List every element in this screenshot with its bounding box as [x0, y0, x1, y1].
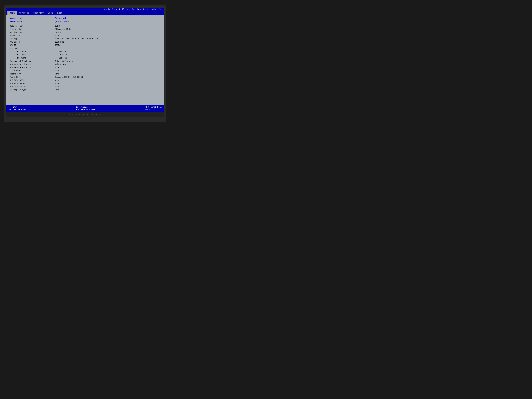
value-asset-tag: None: [55, 35, 59, 37]
label-cpu-type: CPU Type: [10, 38, 55, 40]
monitor-outer: Aptio Setup Utility – American Megatrend…: [4, 5, 166, 122]
label-asset-tag: Asset Tag: [10, 35, 55, 37]
value-m2-ssd3: None: [55, 86, 59, 88]
bios-footer: ↑↓→←:Move F9:Load Defaults Enter:Select …: [6, 105, 164, 112]
row-cpu-id: CPU ID 906EA: [10, 44, 161, 47]
label-m2-ssd2: M.2 PCIe SSD-2: [10, 82, 55, 85]
row-integrated-graphics: Integrated Graphics Intel Coffeelake: [10, 60, 161, 63]
row-system-time: System Time [10:09:30]: [10, 17, 161, 20]
row-m2-ssd3: M.2 PCIe SSD-3 None: [10, 86, 161, 89]
menu-item-boot[interactable]: Boot: [46, 12, 55, 15]
value-l1-cache: 384 KB: [59, 51, 66, 53]
label-l2-cache: L2 Cache: [14, 54, 59, 56]
label-cpu-speed: CPU Speed: [10, 41, 55, 43]
row-first-hdd: First HDD None: [10, 70, 161, 73]
value-cpu-speed: 2200 MHz: [55, 41, 64, 43]
footer-col-2: Enter:Select F10:Save and Exit: [76, 106, 95, 111]
alienware-logo: A L I E N W A R E: [69, 114, 102, 116]
value-ac-adapter: None: [55, 89, 59, 91]
row-cpu-speed: CPU Speed 2200 MHz: [10, 41, 161, 44]
footer-f1-help: F1:General Help: [145, 106, 162, 108]
label-m2-ssd1: M.2 PCIe SSD-1: [10, 79, 55, 81]
value-l3-cache: 9216 KB: [59, 57, 67, 59]
value-integrated-graphics: Intel Coffeelake: [55, 60, 73, 62]
row-m2-ssd2: M.2 PCIe SSD-2 None: [10, 82, 161, 86]
bios-content: System Time [10:09:30] System Date [Thu …: [6, 15, 164, 105]
footer-move: ↑↓→←:Move: [8, 106, 26, 108]
label-product-name: Product Name: [10, 28, 55, 30]
row-m2-ssd1: M.2 PCIe SSD-1 None: [10, 79, 161, 82]
row-discrete-graphics-1: Discrete Graphics 1 Nvidia GFX: [10, 63, 161, 66]
value-third-hdd: Samsung SSD 860 EVO 500GB: [55, 76, 83, 78]
row-l1-cache: L1 Cache 384 KB: [10, 51, 161, 54]
value-discrete-graphics-1: Nvidia GFX: [55, 63, 66, 65]
value-product-name: Alienware 17 R5: [55, 28, 72, 30]
value-service-tag: 6R62TP2: [55, 32, 63, 33]
menu-item-security[interactable]: Security: [31, 12, 46, 15]
label-third-hdd: Third HDD: [10, 76, 55, 78]
spacer-1: [10, 24, 161, 25]
label-ac-adapter: AC Adapter Type: [10, 89, 55, 91]
value-m2-ssd1: None: [55, 79, 59, 81]
monitor-screen: Aptio Setup Utility – American Megatrend…: [6, 8, 164, 112]
menu-item-exit[interactable]: Exit: [55, 12, 64, 15]
footer-col-1: ↑↓→←:Move F9:Load Defaults: [8, 106, 26, 111]
bios-menu-bar: Main Advanced Security Boot Exit: [6, 11, 164, 15]
label-service-tag: Service Tag: [10, 32, 55, 33]
row-bios-version: BIOS Version 1.1.6: [10, 25, 161, 28]
monitor-bottom-bar: A L I E N W A R E: [6, 112, 164, 117]
label-cpu-id: CPU ID: [10, 44, 55, 46]
row-l2-cache: L2 Cache 1536 KB: [10, 54, 161, 57]
label-bios-version: BIOS Version: [10, 25, 55, 27]
row-product-name: Product Name Alienware 17 R5: [10, 28, 161, 31]
row-service-tag: Service Tag 6R62TP2: [10, 31, 161, 34]
label-first-hdd: First HDD: [10, 70, 55, 72]
value-bios-version: 1.1.6: [55, 25, 60, 27]
row-asset-tag: Asset Tag None: [10, 34, 161, 38]
row-discrete-graphics-2: Discrete Graphics 2 None: [10, 66, 161, 70]
bios-header-bar: Aptio Setup Utility – American Megatrend…: [6, 8, 164, 11]
value-system-time[interactable]: [10:09:30]: [55, 17, 66, 19]
camera-dot: [85, 6, 86, 7]
value-cpu-id: 906EA: [55, 44, 60, 46]
value-second-hdd: None: [55, 73, 59, 75]
footer-load-defaults: F9:Load Defaults: [8, 108, 26, 111]
bios-container: Aptio Setup Utility – American Megatrend…: [6, 8, 164, 112]
label-integrated-graphics: Integrated Graphics: [10, 60, 55, 62]
value-discrete-graphics-2: None: [55, 66, 59, 69]
row-third-hdd: Third HDD Samsung SSD 860 EVO 500GB: [10, 76, 161, 79]
value-system-date[interactable]: [Thu 04/27/2023]: [55, 20, 73, 23]
value-m2-ssd2: None: [55, 82, 59, 85]
label-system-time: System Time: [10, 17, 55, 19]
label-discrete-graphics-2: Discrete Graphics 2: [10, 66, 55, 69]
footer-enter-select: Enter:Select: [76, 106, 95, 108]
footer-f10-save: F10:Save and Exit: [76, 108, 95, 111]
row-cpu-cache: CPU Cache: [10, 47, 161, 51]
row-system-date: System Date [Thu 04/27/2023]: [10, 20, 161, 24]
footer-esc-exit: ESC:Exit: [145, 108, 162, 111]
label-discrete-graphics-1: Discrete Graphics 1: [10, 63, 55, 65]
value-l2-cache: 1536 KB: [59, 54, 67, 56]
row-cpu-type: CPU Type Intel(R) Core(TM) i7-8750H CPU …: [10, 38, 161, 41]
row-second-hdd: Second HDD None: [10, 73, 161, 76]
label-m2-ssd3: M.2 PCIe SSD-3: [10, 86, 55, 88]
menu-item-advanced[interactable]: Advanced: [17, 12, 31, 15]
menu-item-main[interactable]: Main: [7, 12, 17, 15]
value-cpu-type: Intel(R) Core(TM) i7-8750H CPU @ 2.20GHz: [55, 38, 100, 40]
row-ac-adapter: AC Adapter Type None: [10, 89, 161, 92]
row-l3-cache: L3 Cache 9216 KB: [10, 57, 161, 60]
value-first-hdd: None: [55, 70, 59, 72]
utility-title: Aptio Setup Utility – American Megatrend…: [104, 8, 162, 11]
label-system-date: System Date: [10, 20, 55, 23]
footer-col-3: F1:General Help ESC:Exit: [145, 106, 162, 111]
label-l3-cache: L3 Cache: [14, 57, 59, 59]
label-cpu-cache: CPU Cache: [10, 47, 55, 50]
label-second-hdd: Second HDD: [10, 73, 55, 75]
label-l1-cache: L1 Cache: [14, 51, 59, 53]
